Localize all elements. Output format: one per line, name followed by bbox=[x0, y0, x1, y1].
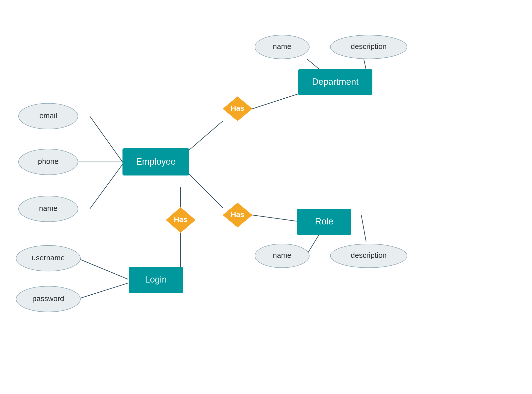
attr-role-desc-label: description bbox=[351, 251, 387, 259]
attr-emp-name-label: name bbox=[39, 204, 57, 212]
connector-employee-hasrole bbox=[187, 172, 223, 208]
attr-role-name-label: name bbox=[273, 251, 291, 259]
connector-email-employee bbox=[90, 116, 122, 162]
rel-has-dept-label: Has bbox=[231, 104, 244, 112]
entity-department-label: Department bbox=[312, 77, 359, 87]
connector-hasdept-dept bbox=[252, 94, 298, 109]
rel-has-role-label: Has bbox=[231, 210, 244, 219]
attr-dept-desc-label: description bbox=[351, 42, 387, 50]
connector-role-desc bbox=[361, 215, 366, 242]
attr-email-label: email bbox=[39, 111, 57, 120]
connector-name-employee bbox=[90, 164, 122, 209]
connector-login-username bbox=[77, 258, 128, 279]
entity-role-label: Role bbox=[315, 216, 333, 226]
connector-hasrole-role bbox=[252, 215, 297, 221]
connector-login-password bbox=[77, 283, 128, 299]
attr-dept-name-label: name bbox=[273, 42, 291, 50]
rel-has-login-label: Has bbox=[174, 215, 187, 223]
connector-employee-hasdept bbox=[187, 121, 223, 152]
attr-phone-label: phone bbox=[38, 157, 58, 165]
entity-employee-label: Employee bbox=[136, 156, 176, 167]
attr-username-label: username bbox=[32, 254, 65, 262]
entity-login-label: Login bbox=[145, 274, 167, 285]
attr-password-label: password bbox=[32, 294, 64, 303]
